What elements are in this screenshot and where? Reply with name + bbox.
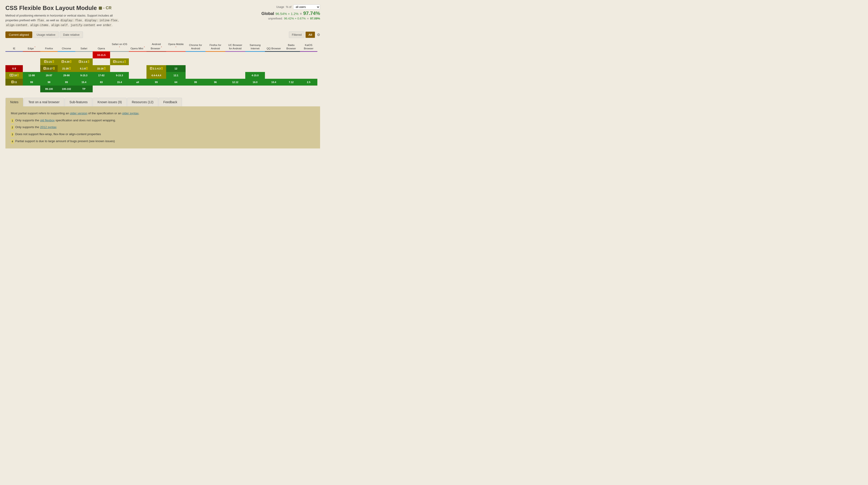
cell-ie-r3[interactable]: 6-9 [5,65,23,72]
cell-opera-mobile-r2[interactable] [166,58,186,65]
cell-edge-r6[interactable] [23,86,40,92]
cell-safari-ios-r6[interactable] [110,86,129,92]
cell-uc-android-r4[interactable] [225,72,245,79]
cell-safari-ios-r5[interactable]: 15.4 [110,79,129,86]
tab-resources[interactable]: Resources (12) [127,98,158,106]
tab-test[interactable]: Test on a real browser [24,98,64,106]
cell-firefox-android-r2[interactable] [206,58,225,65]
tab-notes[interactable]: Notes [5,98,23,106]
cell-opera-r6[interactable] [93,86,110,92]
cell-firefox-r2[interactable]: 12-21- [40,58,58,65]
cell-chrome-android-r2[interactable] [186,58,206,65]
cell-android-r6[interactable] [147,86,166,92]
cell-firefox-r3[interactable]: 322-27- [40,65,58,72]
cell-qq-r6[interactable] [265,86,282,92]
cell-chrome-android-r5[interactable]: 99 [186,79,206,86]
cell-opera-mobile-r6[interactable] [166,86,186,92]
cell-qq-r3[interactable] [265,65,282,72]
cell-opera-mini-r3[interactable] [129,65,146,72]
cell-baidu-r1[interactable] [283,52,300,58]
cell-chrome-r6[interactable]: 100-102 [58,86,75,92]
cell-safari-ios-r2[interactable]: 13.2-6.1- [110,58,129,65]
cell-firefox-android-r5[interactable]: 96 [206,79,225,86]
cell-opera-mini-r1[interactable] [129,52,146,58]
cell-opera-mini-r4[interactable] [129,72,146,79]
cell-chrome-r4[interactable]: 29-98 [58,72,75,79]
tab-subfeatures[interactable]: Sub-features [65,98,92,106]
cell-uc-android-r3[interactable] [225,65,245,72]
cell-edge-r3[interactable] [23,65,40,72]
cell-ie-r4[interactable]: 2 410- [5,72,23,79]
cell-safari-ios-r3[interactable] [110,65,129,72]
cell-safari-ios-r4[interactable]: 9-15.3 [110,72,129,79]
cell-baidu-r3[interactable] [283,65,300,72]
cell-android-r5[interactable]: 99 [147,79,166,86]
cell-opera-r5[interactable]: 83 [93,79,110,86]
cell-firefox-r1[interactable] [40,52,58,58]
cell-chrome-android-r6[interactable] [186,86,206,92]
tab-current-aligned[interactable]: Current aligned [5,31,32,38]
cell-safari-ios-r1[interactable] [110,52,129,58]
cell-firefox-r4[interactable]: 28-97 [40,72,58,79]
tab-all[interactable]: All [305,31,315,38]
usage-filter-select[interactable]: all users tracked users [293,4,320,9]
cell-qq-r5[interactable]: 10.4 [265,79,282,86]
cell-ie-r2[interactable] [5,58,23,65]
cell-firefox-r6[interactable]: 99-100 [40,86,58,92]
cell-samsung-r2[interactable] [245,58,265,65]
cell-kaios-r5[interactable]: 2.5 [300,79,317,86]
cell-firefox-android-r4[interactable] [206,72,225,79]
cell-chrome-r3[interactable]: 21-28- [58,65,75,72]
cell-ie-r1[interactable] [5,52,23,58]
cell-baidu-r5[interactable]: 7.12 [283,79,300,86]
cell-baidu-r6[interactable] [283,86,300,92]
cell-android-r4[interactable]: 4.4-4.4.4 [147,72,166,79]
cell-ie-r6[interactable] [5,86,23,92]
cell-uc-android-r6[interactable] [225,86,245,92]
cell-opera-mini-r6[interactable] [129,86,146,92]
cell-safari-r3[interactable]: 6.1-8- [75,65,93,72]
old-flexbox-link[interactable]: old flexbox [40,119,55,122]
cell-opera-mini-r2[interactable] [129,58,146,65]
cell-opera-mobile-r1[interactable] [166,52,186,58]
cell-opera-r1[interactable]: 10-11.5 [93,52,110,58]
cell-firefox-r5[interactable]: 98 [40,79,58,86]
cell-safari-r6[interactable]: TP [75,86,93,92]
cell-firefox-android-r1[interactable] [206,52,225,58]
cell-kaios-r4[interactable] [300,72,317,79]
cell-opera-mini-r5[interactable]: all [129,79,146,86]
older-syntax-link[interactable]: older syntax [122,112,138,115]
tab-date-relative[interactable]: Date relative [60,31,83,38]
cell-opera-r3[interactable]: 15-16- [93,65,110,72]
cell-safari-r1[interactable] [75,52,93,58]
cell-firefox-android-r3[interactable] [206,65,225,72]
cell-android-r1[interactable] [147,52,166,58]
cell-samsung-r3[interactable] [245,65,265,72]
cell-chrome-android-r4[interactable] [186,72,206,79]
cell-ie-r5[interactable]: 411 [5,79,23,86]
cell-opera-mobile-r3[interactable]: 12 [166,65,186,72]
cell-chrome-r5[interactable]: 99 [58,79,75,86]
2012-syntax-link[interactable]: 2012 syntax [40,125,57,129]
cell-kaios-r2[interactable] [300,58,317,65]
cell-safari-r2[interactable]: 13.1-6- [75,58,93,65]
cell-chrome-r1[interactable] [58,52,75,58]
cell-qq-r2[interactable] [265,58,282,65]
cell-opera-mobile-r5[interactable]: 64 [166,79,186,86]
cell-uc-android-r1[interactable] [225,52,245,58]
tab-filtered[interactable]: Filtered [289,31,305,38]
cell-edge-r4[interactable]: 12-98 [23,72,40,79]
cell-android-r2[interactable] [147,58,166,65]
cell-opera-r2[interactable] [93,58,110,65]
cell-chrome-android-r3[interactable] [186,65,206,72]
cell-uc-android-r2[interactable] [225,58,245,65]
settings-icon[interactable]: ⚙ [317,33,320,37]
tab-known-issues[interactable]: Known issues (9) [93,98,126,106]
tab-feedback[interactable]: Feedback [159,98,182,106]
tab-usage-relative[interactable]: Usage relative [33,31,59,38]
cell-qq-r1[interactable] [265,52,282,58]
cell-samsung-r4[interactable]: 4-15.0 [245,72,265,79]
cell-samsung-r6[interactable] [245,86,265,92]
cell-edge-r5[interactable]: 99 [23,79,40,86]
cell-qq-r4[interactable] [265,72,282,79]
